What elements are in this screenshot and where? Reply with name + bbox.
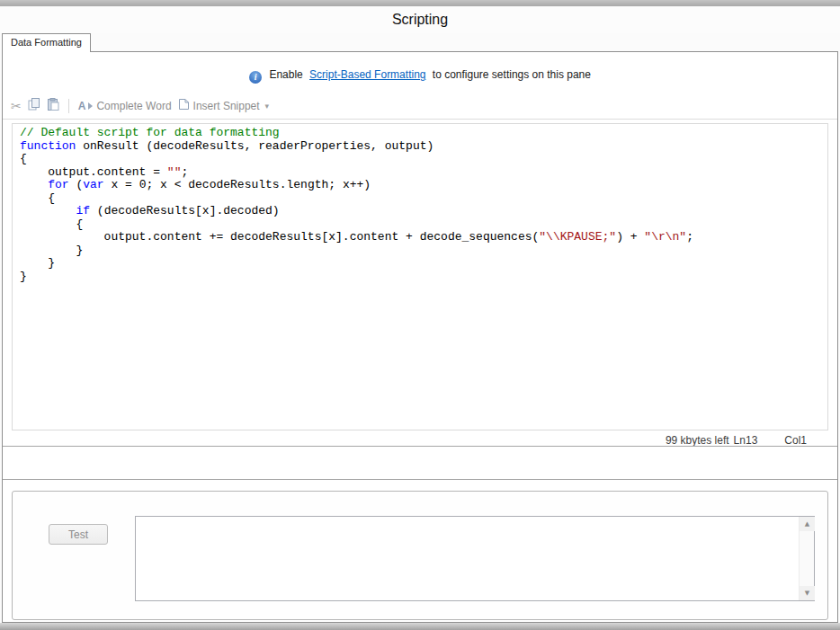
editor-toolbar: ✂ A Complete Word: [3, 93, 837, 118]
scroll-down-icon[interactable]: ▼: [800, 586, 815, 600]
code-editor[interactable]: // Default script for data formattingfun…: [12, 123, 828, 430]
data-formatting-pane: i Enable Script-Based Formatting to conf…: [2, 51, 838, 623]
tab-label: Data Formatting: [11, 37, 82, 48]
column-indicator: Col1: [784, 434, 807, 447]
vertical-scrollbar[interactable]: ▲ ▼: [799, 517, 814, 600]
complete-word-label: Complete Word: [96, 100, 171, 112]
editor-status-bar: 99 kbytes leftLn13Col1: [666, 434, 807, 447]
info-text-prefix: Enable: [269, 68, 302, 81]
info-bar: i Enable Script-Based Formatting to conf…: [3, 68, 837, 84]
info-icon: i: [249, 71, 262, 84]
tab-data-formatting[interactable]: Data Formatting: [2, 33, 91, 52]
toolbar-divider: [3, 119, 837, 120]
window-top-edge: [0, 0, 840, 6]
paste-icon[interactable]: [47, 98, 59, 114]
insert-snippet-label: Insert Snippet: [193, 100, 260, 112]
toolbar-separator: [68, 99, 69, 113]
line-indicator: Ln13: [734, 434, 758, 447]
test-button[interactable]: Test: [49, 524, 108, 545]
bytes-left-label: 99 kbytes left: [666, 434, 729, 447]
insert-snippet-icon: [178, 98, 190, 114]
cut-icon[interactable]: ✂: [11, 99, 22, 113]
copy-icon[interactable]: [28, 98, 40, 114]
insert-snippet-button[interactable]: Insert Snippet ▾: [178, 98, 270, 114]
info-text-suffix: to configure settings on this pane: [433, 68, 591, 81]
complete-word-icon: A: [78, 100, 94, 112]
message-panel: [3, 446, 837, 480]
window-bottom-edge: [0, 623, 840, 630]
test-section: Test ▲ ▼: [12, 491, 828, 620]
complete-word-button[interactable]: A Complete Word: [78, 100, 172, 112]
chevron-down-icon: ▾: [265, 102, 270, 111]
script-based-formatting-link[interactable]: Script-Based Formatting: [309, 68, 425, 81]
page-title: Scripting: [0, 6, 840, 33]
test-output-area[interactable]: ▲ ▼: [135, 516, 815, 601]
scroll-up-icon[interactable]: ▲: [800, 517, 815, 531]
